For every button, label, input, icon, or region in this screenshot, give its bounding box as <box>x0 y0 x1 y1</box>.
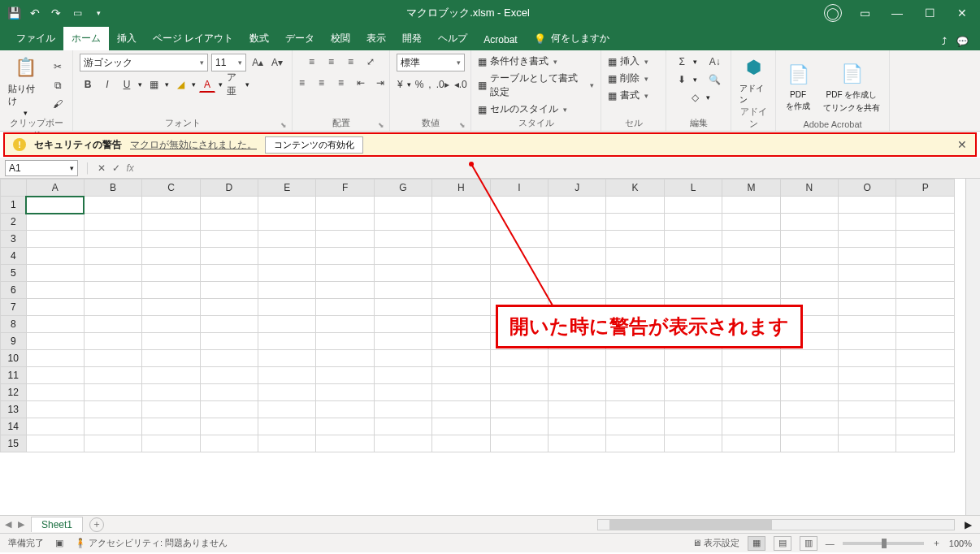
cell[interactable] <box>258 333 316 350</box>
column-header[interactable]: K <box>606 180 664 197</box>
phonetic-icon[interactable]: ア亜 <box>226 76 242 93</box>
cell[interactable] <box>664 401 722 418</box>
cell[interactable] <box>26 418 84 435</box>
cell[interactable] <box>142 214 200 231</box>
cell[interactable] <box>142 316 200 333</box>
cell[interactable] <box>780 350 838 367</box>
cell[interactable] <box>664 384 722 401</box>
cell[interactable] <box>606 367 664 384</box>
column-header[interactable]: B <box>84 180 141 197</box>
cell[interactable] <box>316 231 374 248</box>
row-header[interactable]: 2 <box>1 214 27 231</box>
cell[interactable] <box>142 197 200 214</box>
qat-caret-icon[interactable]: ▾ <box>91 6 106 20</box>
cell[interactable] <box>26 333 84 350</box>
cell[interactable] <box>200 418 258 435</box>
cell[interactable] <box>780 282 838 299</box>
cell[interactable] <box>606 435 664 452</box>
cell[interactable] <box>432 435 490 452</box>
ribbon-options-icon[interactable]: ▭ <box>855 6 874 20</box>
cell[interactable] <box>200 197 258 214</box>
column-header[interactable]: L <box>664 180 722 197</box>
cell[interactable] <box>84 401 141 418</box>
cell[interactable] <box>84 384 141 401</box>
align-center-icon[interactable]: ≡ <box>314 75 330 91</box>
format-painter-icon[interactable]: 🖌 <box>50 96 66 112</box>
column-header[interactable]: O <box>838 180 895 197</box>
cell[interactable] <box>549 418 606 435</box>
cell[interactable] <box>374 384 431 401</box>
tab-insert[interactable]: 挿入 <box>109 27 145 50</box>
cell[interactable] <box>142 435 200 452</box>
cell[interactable] <box>200 367 258 384</box>
cell[interactable] <box>26 248 84 265</box>
cell[interactable] <box>664 248 722 265</box>
row-header[interactable]: 5 <box>1 265 27 282</box>
cell[interactable] <box>838 367 895 384</box>
font-name-combo[interactable]: 游ゴシック▾ <box>80 54 208 71</box>
comments-icon[interactable]: 💬 <box>956 36 969 47</box>
cell[interactable] <box>722 248 780 265</box>
cell[interactable] <box>549 367 606 384</box>
row-header[interactable]: 1 <box>1 197 27 214</box>
cell[interactable] <box>374 316 431 333</box>
cell[interactable] <box>258 418 316 435</box>
cell[interactable] <box>84 350 141 367</box>
cancel-icon[interactable]: ✕ <box>98 162 106 174</box>
bold-button[interactable]: B <box>80 76 96 93</box>
cell[interactable] <box>142 265 200 282</box>
cell[interactable] <box>490 350 548 367</box>
cell[interactable] <box>896 248 955 265</box>
cell[interactable] <box>200 299 258 316</box>
name-box[interactable]: A1▾ <box>5 160 78 176</box>
cell[interactable] <box>258 214 316 231</box>
row-header[interactable]: 11 <box>1 367 27 384</box>
cell[interactable] <box>722 435 780 452</box>
cell[interactable] <box>142 384 200 401</box>
cell[interactable] <box>780 248 838 265</box>
cell[interactable] <box>896 316 955 333</box>
cell[interactable] <box>258 367 316 384</box>
conditional-format-button[interactable]: ▦条件付き書式▾ <box>478 54 557 69</box>
cell[interactable] <box>200 435 258 452</box>
align-top-icon[interactable]: ≡ <box>304 54 320 70</box>
column-header[interactable]: D <box>200 180 258 197</box>
cell[interactable] <box>490 197 548 214</box>
row-header[interactable]: 12 <box>1 384 27 401</box>
cell[interactable] <box>896 333 955 350</box>
cell[interactable] <box>84 265 141 282</box>
cell[interactable] <box>316 401 374 418</box>
cell[interactable] <box>258 401 316 418</box>
cell[interactable] <box>896 435 955 452</box>
cell[interactable] <box>84 418 141 435</box>
enable-content-button[interactable]: コンテンツの有効化 <box>265 136 363 154</box>
cell[interactable] <box>316 316 374 333</box>
cell[interactable] <box>84 299 141 316</box>
cell[interactable] <box>722 350 780 367</box>
cell[interactable] <box>780 265 838 282</box>
borders-icon[interactable]: ▦ <box>145 76 162 93</box>
cell[interactable] <box>896 197 955 214</box>
cell[interactable] <box>316 418 374 435</box>
cell[interactable] <box>316 384 374 401</box>
cell[interactable] <box>896 401 955 418</box>
cell[interactable] <box>316 435 374 452</box>
sheet-nav-next-icon[interactable]: ▶ <box>18 519 24 530</box>
cell[interactable] <box>780 401 838 418</box>
cell[interactable] <box>549 214 606 231</box>
cell[interactable] <box>374 401 431 418</box>
cell[interactable] <box>84 435 141 452</box>
clear-icon[interactable]: ◇ <box>687 89 703 106</box>
cell[interactable] <box>606 282 664 299</box>
cell[interactable] <box>84 282 141 299</box>
comma-icon[interactable]: , <box>427 76 431 93</box>
cell[interactable] <box>780 197 838 214</box>
cell[interactable] <box>200 214 258 231</box>
cell[interactable] <box>838 282 895 299</box>
cell[interactable] <box>549 197 606 214</box>
orientation-icon[interactable]: ⤢ <box>362 54 379 70</box>
cell[interactable] <box>84 214 141 231</box>
formula-input[interactable] <box>141 160 975 176</box>
sheet-tab-1[interactable]: Sheet1 <box>31 517 83 532</box>
column-header[interactable]: C <box>142 180 200 197</box>
